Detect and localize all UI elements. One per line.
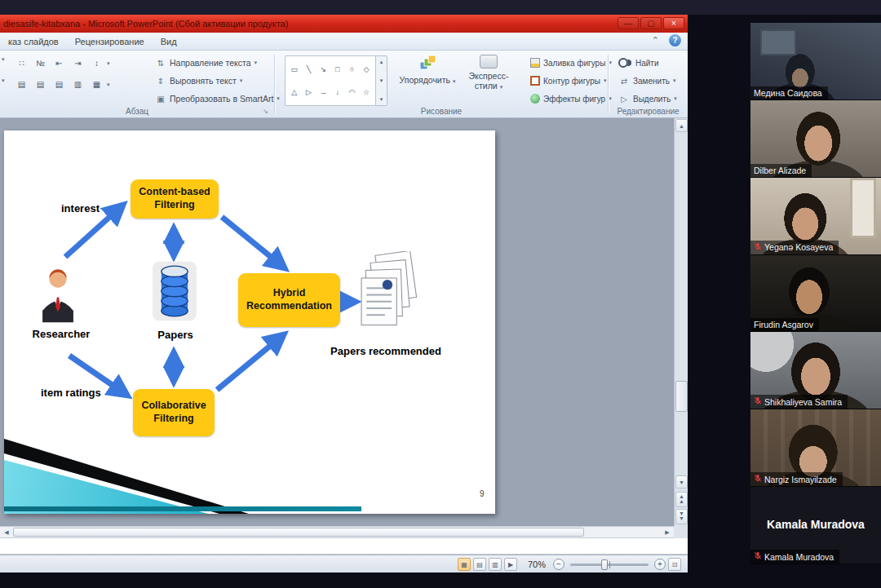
participant-tile[interactable]: Dilber Alizade xyxy=(750,100,881,178)
shape-square-icon[interactable]: □ xyxy=(335,65,339,73)
participant-name-label: Dilber Alizade xyxy=(750,164,812,177)
label-researcher: Researcher xyxy=(20,328,102,340)
find-button[interactable]: Найти xyxy=(615,55,662,71)
shape-outline-icon xyxy=(530,76,540,86)
desktop-top-band xyxy=(0,0,881,15)
shape-star-icon[interactable]: ☆ xyxy=(363,88,370,96)
participant-tile[interactable]: Kamala Muradova Kamala Muradova xyxy=(750,487,881,564)
dropdown-icon: ▾ xyxy=(674,95,677,102)
close-button[interactable]: × xyxy=(663,17,684,29)
participant-tile[interactable]: Yeganə Kosayeva xyxy=(750,178,881,255)
zoom-slider-thumb[interactable] xyxy=(601,559,608,570)
gallery-more-icon[interactable]: ▾ xyxy=(380,96,383,103)
zoom-in-button[interactable]: + xyxy=(654,559,666,570)
replace-icon: ⇄ xyxy=(618,77,630,86)
shape-circle-icon[interactable]: ○ xyxy=(350,65,354,73)
slide-canvas[interactable]: Content-based Filtering Hybrid Recommend… xyxy=(4,130,495,514)
maximize-button[interactable]: ▢ xyxy=(640,17,662,29)
horizontal-scrollbar[interactable]: ◀ ▶ xyxy=(0,526,674,538)
tab-view[interactable]: Вид xyxy=(153,34,185,49)
shape-fill-icon xyxy=(530,58,540,68)
shape-fill-button[interactable]: Заливка фигуры ▾ xyxy=(527,55,615,71)
arrange-button[interactable]: Упорядочить ▾ xyxy=(397,55,458,107)
horizontal-scroll-thumb[interactable] xyxy=(13,528,584,537)
papers-database-icon[interactable] xyxy=(153,259,197,323)
shape-arc-icon[interactable]: ◠ xyxy=(349,88,356,96)
replace-button[interactable]: ⇄ Заменить ▾ xyxy=(615,73,679,89)
zoom-slider[interactable] xyxy=(570,564,649,566)
shape-right-arrow-icon[interactable]: → xyxy=(320,88,327,96)
bullets-button[interactable]: ∷ xyxy=(13,55,30,71)
shape-outline-button[interactable]: Контур фигуры ▾ xyxy=(527,73,609,89)
shape-triangle-icon[interactable]: △ xyxy=(291,88,297,96)
arrange-icon xyxy=(418,55,436,73)
view-slideshow-button[interactable]: ▶ xyxy=(504,558,517,571)
cutoff-dropdown-icon[interactable]: ▾ xyxy=(2,56,5,63)
participant-tile[interactable]: Nargiz Ismayilzade xyxy=(750,409,881,487)
decrease-indent-button[interactable]: ⇤ xyxy=(51,55,68,71)
quick-styles-button[interactable]: Экспресс-стили ▾ xyxy=(458,55,519,107)
dropdown-icon: ▾ xyxy=(240,77,243,84)
participant-tile[interactable]: Медина Саидова xyxy=(750,23,881,100)
previous-slide-button[interactable]: ▲ ▲ xyxy=(675,492,688,507)
researcher-icon[interactable] xyxy=(37,263,79,326)
notes-pane[interactable] xyxy=(0,538,688,555)
shape-effects-button[interactable]: Эффекты фигур ▾ xyxy=(527,91,615,107)
vertical-scroll-thumb[interactable] xyxy=(675,381,688,412)
view-reading-button[interactable]: ▥ xyxy=(489,558,502,571)
align-right-button[interactable]: ▤ xyxy=(51,77,68,92)
scroll-up-icon[interactable]: ▲ xyxy=(675,119,688,132)
papers-recommended-icon[interactable] xyxy=(360,251,418,337)
participant-tile[interactable]: Shikhaliyeva Samira xyxy=(750,332,881,409)
line-spacing-button[interactable]: ↕ xyxy=(88,55,105,71)
shape-arrow-line-icon[interactable]: ↘ xyxy=(320,65,326,73)
paragraph-dialog-launcher[interactable]: ↘ xyxy=(263,108,268,115)
numbering-button[interactable]: № xyxy=(32,55,49,71)
justify-button[interactable]: ▥ xyxy=(69,77,86,92)
scroll-down-icon[interactable]: ▼ xyxy=(675,475,688,489)
text-direction-button[interactable]: ⇅ Направление текста ▾ xyxy=(152,55,260,71)
line-spacing-dropdown-icon[interactable]: ▾ xyxy=(107,60,110,67)
shape-pointer-icon[interactable]: ▷ xyxy=(306,88,312,96)
select-icon: ▷ xyxy=(618,95,630,104)
columns-dropdown-icon[interactable]: ▾ xyxy=(107,82,110,88)
columns-button[interactable]: ▦ xyxy=(88,77,105,92)
collapse-ribbon-icon[interactable]: ⌃ xyxy=(652,35,659,46)
participant-tile[interactable]: Firudin Asgarov xyxy=(750,255,881,333)
tab-slideshow[interactable]: каз слайдов xyxy=(0,34,67,49)
help-icon[interactable]: ? xyxy=(669,34,681,46)
participant-name-label: Firudin Asgarov xyxy=(750,318,819,331)
shape-diamond-icon[interactable]: ◇ xyxy=(364,65,370,73)
participant-name-label: Shikhaliyeva Samira xyxy=(750,395,848,409)
tab-review[interactable]: Рецензирование xyxy=(67,34,153,49)
zoom-percentage[interactable]: 70% xyxy=(528,559,546,569)
node-content-based-filtering[interactable]: Content-based Filtering xyxy=(131,179,219,219)
next-slide-button[interactable]: ▼ ▼ xyxy=(675,509,688,524)
window-titlebar[interactable]: diesasife-kitabxana - Microsoft PowerPoi… xyxy=(0,15,688,33)
cutoff-dropdown-icon[interactable]: ▾ xyxy=(2,77,5,84)
dropdown-icon: ▾ xyxy=(609,60,612,66)
view-slide-sorter-button[interactable]: ▤ xyxy=(473,558,486,571)
scroll-left-icon[interactable]: ◀ xyxy=(1,528,12,537)
increase-indent-button[interactable]: ⇥ xyxy=(69,55,86,71)
shape-down-arrow-icon[interactable]: ↓ xyxy=(336,88,340,96)
node-hybrid-recommendation[interactable]: Hybrid Recommendation xyxy=(238,273,340,327)
align-center-button[interactable]: ▤ xyxy=(32,77,49,92)
vertical-scrollbar[interactable]: ▲ ▼ ▲ ▲ ▼ ▼ xyxy=(674,118,688,526)
gallery-up-icon[interactable]: ▴ xyxy=(380,59,383,65)
node-collaborative-filtering[interactable]: Collaborative Filtering xyxy=(133,389,215,436)
minimize-button[interactable]: — xyxy=(618,17,639,29)
select-button[interactable]: ▷ Выделить ▾ xyxy=(615,91,680,107)
shape-rectangle-icon[interactable]: ▭ xyxy=(291,65,299,73)
scroll-right-icon[interactable]: ▶ xyxy=(662,528,673,537)
shape-line-icon[interactable]: ╲ xyxy=(307,65,311,73)
participant-name-label: Nargiz Ismayilzade xyxy=(750,472,843,486)
participant-display-name: Kamala Muradova xyxy=(750,518,881,531)
align-left-button[interactable]: ▤ xyxy=(13,77,30,92)
view-normal-button[interactable]: ▦ xyxy=(458,558,471,571)
align-text-button[interactable]: ⇕ Выровнять текст ▾ xyxy=(152,73,246,89)
convert-smartart-button[interactable]: ▣ Преобразовать в SmartArt ▾ xyxy=(152,91,283,107)
zoom-out-button[interactable]: − xyxy=(553,559,564,570)
fit-to-window-button[interactable]: ⊡ xyxy=(668,558,681,571)
gallery-down-icon[interactable]: ▾ xyxy=(380,77,383,84)
